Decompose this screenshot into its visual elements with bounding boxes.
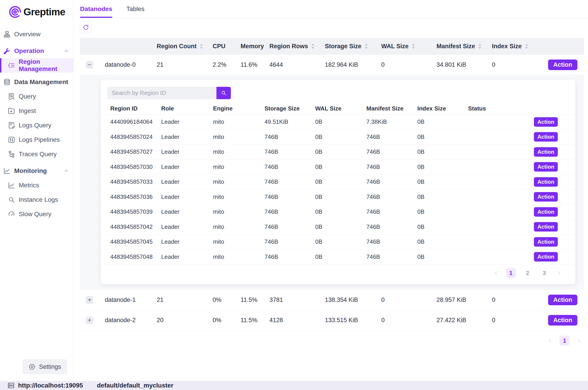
region-action-cell: Action <box>520 252 575 261</box>
settings-button[interactable]: Settings <box>23 359 67 374</box>
search-button[interactable] <box>216 87 231 99</box>
region-action-button[interactable]: Action <box>534 147 558 157</box>
datanode-action-button[interactable]: Action <box>548 295 577 305</box>
region-role: Leader <box>161 223 213 230</box>
region-action-cell: Action <box>520 237 575 247</box>
datanode-memory: 11.6% <box>241 61 269 68</box>
page-1[interactable]: 1 <box>506 268 516 278</box>
region-action-button[interactable]: Action <box>534 162 558 172</box>
column-header-region-count[interactable]: Region Count <box>157 43 213 50</box>
page-2[interactable]: 2 <box>523 268 533 278</box>
region-manifest_size: 746B <box>366 238 417 245</box>
region-action-button[interactable]: Action <box>534 252 558 261</box>
column-label: WAL Size <box>381 43 408 50</box>
region-row: 4483945857030Leadermito746B0B746B0BActio… <box>101 160 575 175</box>
region-manifest_size: 746B <box>366 208 417 215</box>
gear-icon <box>29 363 35 370</box>
region-manifest_size: 746B <box>366 253 417 260</box>
chevron-up-icon[interactable] <box>63 48 69 54</box>
sidebar-item-traces-query[interactable]: Traces Query <box>0 147 73 161</box>
datanode-action-button[interactable]: Action <box>548 315 577 326</box>
sidebar-item-monitoring[interactable]: Monitoring <box>0 164 73 178</box>
collapse-button[interactable]: − <box>86 61 93 69</box>
datanode-region_rows: 3781 <box>269 296 325 303</box>
expand-button[interactable]: + <box>86 296 93 304</box>
sort-icon[interactable] <box>311 43 315 49</box>
datanode-memory: 11.5% <box>241 317 269 324</box>
chevron-left-icon[interactable] <box>493 270 499 276</box>
chevron-up-icon[interactable] <box>63 79 69 85</box>
metrics-icon <box>8 182 15 189</box>
datanode-action-button[interactable]: Action <box>548 59 577 70</box>
region-action-cell: Action <box>520 207 575 217</box>
sidebar-item-logs-query[interactable]: Logs Query <box>0 118 73 133</box>
region-region_id: 4483945857042 <box>110 223 161 230</box>
sidebar-item-query[interactable]: Query <box>0 89 73 104</box>
datanode-row-datanode-2: +datanode-2200%11.5%4128133.515 KiB027.4… <box>80 310 584 331</box>
chevron-right-icon[interactable] <box>576 338 582 343</box>
region-action-button[interactable]: Action <box>534 222 558 232</box>
column-header-status: Status <box>468 105 520 112</box>
column-header-index-size[interactable]: Index Size <box>492 43 546 50</box>
region-manifest_size: 746B <box>366 134 417 141</box>
region-action-button[interactable]: Action <box>534 177 558 187</box>
sidebar-item-label: Logs Query <box>19 122 51 129</box>
datanode-name: datanode-2 <box>96 317 157 324</box>
datanode-wal_size: 0 <box>381 317 437 324</box>
column-label: Manifest Size <box>437 43 475 50</box>
region-engine: mito <box>213 134 264 141</box>
column-header-manifest-size[interactable]: Manifest Size <box>437 43 492 50</box>
column-header-region-rows[interactable]: Region Rows <box>269 43 325 50</box>
sort-icon[interactable] <box>525 43 529 49</box>
sort-icon[interactable] <box>411 43 415 49</box>
region-action-button[interactable]: Action <box>534 207 558 217</box>
column-header-wal-size[interactable]: WAL Size <box>381 43 437 50</box>
sidebar-item-operation[interactable]: Operation <box>0 44 73 58</box>
region-wal_size: 0B <box>315 118 366 125</box>
datanode-index_size: 0 <box>492 61 546 68</box>
sort-icon[interactable] <box>199 43 203 49</box>
sidebar-item-label: Monitoring <box>14 167 47 175</box>
region-pagination: 123 <box>101 268 575 278</box>
tab-tables[interactable]: Tables <box>126 0 145 18</box>
sidebar-item-metrics[interactable]: Metrics <box>0 178 73 193</box>
tab-bar: DatanodesTables <box>74 0 588 18</box>
refresh-button[interactable] <box>80 21 92 33</box>
region-action-cell: Action <box>520 147 575 157</box>
expand-button[interactable]: + <box>86 317 93 324</box>
region-search-input[interactable] <box>107 87 216 99</box>
sidebar-item-label: Region Management <box>19 58 73 73</box>
page-3[interactable]: 3 <box>539 268 549 278</box>
region-index_size: 0B <box>417 118 468 125</box>
sidebar-nav: OverviewOperationRegion ManagementData M… <box>0 27 73 221</box>
column-header-storage-size[interactable]: Storage Size <box>325 43 381 50</box>
database-icon <box>3 78 11 86</box>
region-storage_size: 746B <box>264 253 315 260</box>
region-action-button[interactable]: Action <box>534 237 558 247</box>
region-row: 4483945857048Leadermito746B0B746B0BActio… <box>101 249 575 265</box>
sidebar-item-logs-pipelines[interactable]: Logs Pipelines <box>0 133 73 147</box>
sidebar-item-data-management[interactable]: Data Management <box>0 75 73 89</box>
region-management-icon <box>8 62 15 69</box>
datanode-memory: 11.5% <box>241 296 269 303</box>
sidebar-item-slow-query[interactable]: Slow Query <box>0 207 73 221</box>
region-action-button[interactable]: Action <box>534 117 558 127</box>
chevron-right-icon[interactable] <box>556 270 562 276</box>
statusbar-cluster[interactable]: default/default_mycluster <box>97 382 173 389</box>
chevron-left-icon[interactable] <box>547 338 553 343</box>
region-action-cell: Action <box>520 177 575 187</box>
region-action-button[interactable]: Action <box>534 192 558 201</box>
sidebar-item-overview[interactable]: Overview <box>0 27 73 42</box>
magnifier-icon <box>8 196 15 203</box>
region-engine: mito <box>213 208 264 215</box>
region-action-button[interactable]: Action <box>534 132 558 142</box>
sort-icon[interactable] <box>364 43 368 49</box>
region-index_size: 0B <box>417 178 468 185</box>
sidebar-item-ingest[interactable]: Ingest <box>0 104 73 118</box>
page-1[interactable]: 1 <box>560 336 570 345</box>
sidebar-item-region-management[interactable]: Region Management <box>0 58 73 73</box>
sidebar-item-instance-logs[interactable]: Instance Logs <box>0 193 73 207</box>
sort-icon[interactable] <box>478 43 482 49</box>
chevron-up-icon[interactable] <box>63 168 69 174</box>
tab-datanodes[interactable]: Datanodes <box>80 0 112 18</box>
